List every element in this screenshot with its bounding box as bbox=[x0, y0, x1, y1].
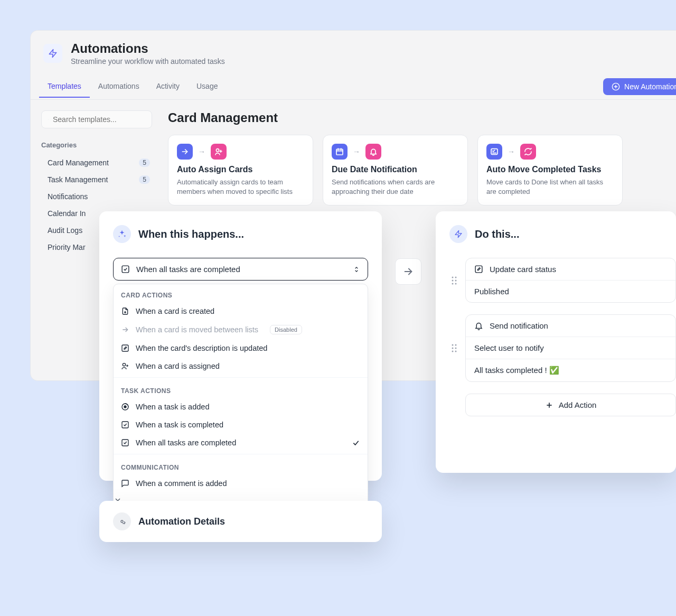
action-value: Select user to notify bbox=[474, 343, 544, 352]
new-automation-button[interactable]: New Automation bbox=[603, 78, 676, 95]
dropdown-item[interactable]: When a card is created bbox=[114, 302, 368, 320]
dropdown-item[interactable]: When a comment is added bbox=[114, 474, 368, 492]
page-subtitle: Streamline your workflow with automated … bbox=[71, 57, 225, 66]
categories-heading: Categories bbox=[41, 141, 152, 149]
search-icon bbox=[48, 116, 49, 124]
add-action-button[interactable]: Add Action bbox=[465, 394, 676, 416]
dropdown-item-label: When a task is added bbox=[136, 403, 209, 411]
tab-bar: Templates Automations Activity Usage New… bbox=[31, 74, 676, 100]
dropdown-item-disabled: When a card is moved between lists Disab… bbox=[114, 320, 368, 339]
svg-point-25 bbox=[124, 406, 126, 408]
search-input[interactable] bbox=[53, 115, 145, 124]
tab-templates[interactable]: Templates bbox=[39, 76, 90, 98]
sidebar-item-label: Notifications bbox=[48, 192, 88, 201]
target-icon bbox=[121, 403, 129, 411]
template-card[interactable]: → Auto Move Completed Tasks Move cards t… bbox=[477, 135, 623, 206]
dropdown-item-label: When all tasks are completed bbox=[136, 438, 236, 447]
action-value-row[interactable]: Select user to notify bbox=[466, 337, 675, 359]
lightning-icon bbox=[449, 225, 467, 243]
chevron-up-down-icon bbox=[353, 266, 360, 273]
sidebar-item-label: Audit Logs bbox=[48, 226, 82, 235]
svg-point-7 bbox=[216, 149, 219, 152]
dropdown-item-label: When a card is created bbox=[136, 307, 214, 315]
svg-marker-29 bbox=[455, 230, 462, 237]
file-plus-icon bbox=[121, 307, 129, 315]
tab-activity[interactable]: Activity bbox=[148, 76, 188, 98]
disabled-badge: Disabled bbox=[270, 325, 302, 334]
drag-handle-icon[interactable] bbox=[451, 276, 457, 285]
search-input-wrapper[interactable] bbox=[41, 110, 152, 128]
check-square-icon bbox=[121, 265, 130, 274]
action-value-row[interactable]: All tasks completed ! ✅ bbox=[466, 359, 675, 381]
svg-point-42 bbox=[455, 351, 457, 352]
card-description: Move cards to Done list when all tasks a… bbox=[486, 178, 614, 197]
dropdown-item-label: When a card is assigned bbox=[136, 362, 220, 370]
action-block: Send notification Select user to notify … bbox=[465, 314, 676, 382]
svg-point-30 bbox=[452, 276, 454, 278]
trigger-dropdown: CARD ACTIONS When a card is created When… bbox=[113, 284, 368, 509]
action-value: All tasks completed ! ✅ bbox=[474, 366, 559, 375]
plus-icon bbox=[545, 401, 553, 409]
dropdown-item-label: When a task is completed bbox=[136, 421, 223, 429]
svg-rect-27 bbox=[122, 440, 128, 446]
action-value: Published bbox=[474, 287, 509, 296]
svg-point-45 bbox=[121, 520, 123, 522]
sidebar-item-label: Priority Mar bbox=[48, 243, 86, 251]
dropdown-item-selected[interactable]: When all tasks are completed bbox=[114, 434, 368, 452]
comment-icon bbox=[121, 479, 129, 488]
actions-builder-panel: Do this... Update card status Published … bbox=[436, 211, 676, 473]
lightning-icon bbox=[43, 44, 62, 63]
sidebar-item-label: Card Management bbox=[48, 158, 109, 167]
svg-rect-16 bbox=[122, 266, 129, 273]
dropdown-item[interactable]: When a task is completed bbox=[114, 416, 368, 434]
dropdown-item[interactable]: When a card is assigned bbox=[114, 357, 368, 375]
tab-usage[interactable]: Usage bbox=[188, 76, 226, 98]
svg-point-40 bbox=[455, 348, 457, 349]
template-card[interactable]: → Auto Assign Cards Automatically assign… bbox=[168, 135, 313, 206]
arrow-right-icon bbox=[177, 144, 193, 160]
svg-point-33 bbox=[455, 279, 457, 281]
arrow-icon: → bbox=[508, 147, 515, 156]
dropdown-item[interactable]: When a task is added bbox=[114, 398, 368, 416]
dropdown-item-label: When a card is moved between lists bbox=[136, 325, 258, 334]
checklist-icon bbox=[486, 144, 502, 160]
svg-point-35 bbox=[455, 283, 457, 284]
sidebar-item-label: Task Management bbox=[48, 175, 108, 184]
svg-point-39 bbox=[452, 348, 454, 349]
bell-icon bbox=[365, 144, 381, 160]
section-title: Card Management bbox=[168, 110, 676, 125]
check-box-icon bbox=[121, 421, 129, 429]
svg-rect-14 bbox=[491, 149, 497, 155]
action-value-row[interactable]: Published bbox=[466, 281, 675, 302]
tab-automations[interactable]: Automations bbox=[90, 76, 148, 98]
new-automation-label: New Automation bbox=[624, 82, 676, 91]
svg-point-34 bbox=[452, 283, 454, 284]
add-action-label: Add Action bbox=[559, 400, 597, 409]
flow-arrow-icon bbox=[395, 258, 421, 285]
svg-point-37 bbox=[452, 344, 454, 346]
drag-handle-icon[interactable] bbox=[451, 343, 457, 353]
svg-point-41 bbox=[452, 351, 454, 352]
action-header-row[interactable]: Send notification bbox=[466, 315, 675, 337]
svg-point-32 bbox=[452, 279, 454, 281]
dropdown-item[interactable]: When the card's description is updated bbox=[114, 339, 368, 357]
trigger-builder-panel: When this happens... When all tasks are … bbox=[99, 211, 382, 481]
trigger-select[interactable]: When all tasks are completed bbox=[113, 258, 368, 281]
template-card[interactable]: → Due Date Notification Send notificatio… bbox=[323, 135, 468, 206]
svg-rect-26 bbox=[122, 422, 128, 428]
calendar-icon bbox=[332, 144, 348, 160]
arrow-icon: → bbox=[198, 147, 205, 156]
action-header-row[interactable]: Update card status bbox=[466, 258, 675, 281]
user-plus-icon bbox=[121, 362, 129, 370]
sidebar-item-notifications[interactable]: Notifications bbox=[41, 188, 152, 205]
page-title: Automations bbox=[71, 41, 225, 56]
user-plus-icon bbox=[211, 144, 227, 160]
details-panel-title: Automation Details bbox=[138, 516, 225, 527]
refresh-icon bbox=[520, 144, 536, 160]
svg-point-31 bbox=[455, 276, 457, 278]
edit-square-icon bbox=[474, 265, 483, 274]
sidebar-item-task-management[interactable]: Task Management 5 bbox=[41, 171, 152, 188]
sidebar-item-card-management[interactable]: Card Management 5 bbox=[41, 154, 152, 171]
trigger-select-value: When all tasks are completed bbox=[136, 265, 240, 274]
check-icon bbox=[352, 438, 360, 447]
